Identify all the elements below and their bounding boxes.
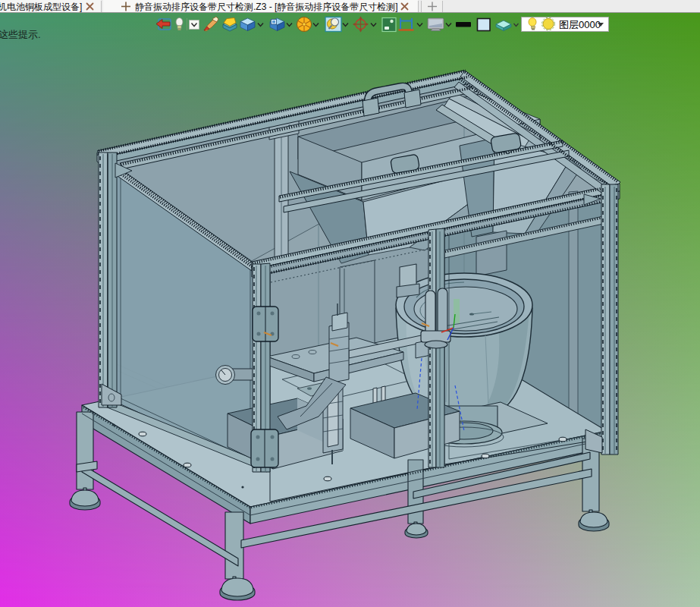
svg-text:静音振动排序设备带尺寸检测.Z3 - [静音振动排序设备带尺: 静音振动排序设备带尺寸检测.Z3 - [静音振动排序设备带尺寸检测] xyxy=(135,2,398,12)
svg-text:这些提示.: 这些提示. xyxy=(0,29,41,40)
svg-text:图层0000: 图层0000 xyxy=(559,19,601,30)
svg-text:机电池铜板成型设备]: 机电池铜板成型设备] xyxy=(0,2,82,12)
